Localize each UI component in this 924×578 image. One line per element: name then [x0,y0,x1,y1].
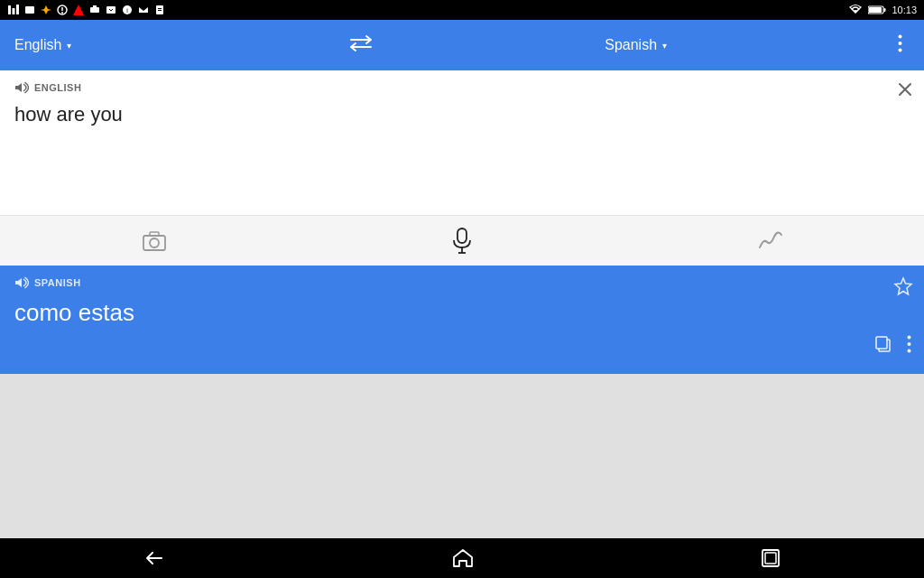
svg-rect-12 [158,8,162,9]
home-icon [452,548,474,568]
notification-icon-4 [56,4,69,16]
notification-icon-8: i [121,4,134,16]
source-language-label: English [14,37,61,53]
empty-area [0,374,924,538]
close-icon [897,81,913,98]
notification-icon-3 [40,4,52,16]
svg-rect-29 [876,337,887,349]
svg-rect-1 [13,8,15,14]
input-tools-bar [0,215,924,266]
microphone-icon [451,228,473,255]
recents-icon [761,548,781,568]
home-button[interactable] [430,541,495,575]
svg-rect-8 [106,6,116,14]
notification-icon-7 [105,4,117,16]
source-input-panel: ENGLISH how are you [0,70,924,215]
source-lang-label-row: ENGLISH [14,81,881,94]
svg-point-30 [908,336,911,340]
star-icon [893,276,913,296]
svg-point-23 [150,238,159,247]
target-language-selector[interactable]: Spanish ▾ [564,37,708,53]
result-action-buttons [869,330,917,363]
bottom-navigation-bar [0,538,924,578]
camera-input-button[interactable] [127,221,181,261]
translated-text: como estas [14,296,881,329]
microphone-input-button[interactable] [435,221,489,261]
handwrite-input-button[interactable] [743,221,797,261]
overflow-menu-button[interactable] [891,27,910,64]
handwrite-icon [756,229,783,253]
result-lang-label-row: SPANISH [14,276,881,289]
translation-result-panel: SPANISH como estas [0,266,924,374]
status-bar: i 10:13 [0,0,924,20]
notification-icon-6 [88,4,101,16]
battery-icon [868,5,886,15]
svg-rect-15 [884,8,886,12]
svg-rect-24 [150,232,159,236]
svg-point-18 [898,42,901,45]
source-lang-label-text: ENGLISH [34,82,81,93]
target-language-label: Spanish [605,37,657,53]
copy-translation-button[interactable] [869,330,898,363]
result-overflow-icon [907,335,911,353]
svg-rect-2 [16,5,19,14]
svg-point-31 [908,342,911,346]
svg-point-19 [898,48,901,51]
overflow-icon [898,34,902,52]
status-icons-left: i [7,4,166,16]
result-overflow-button[interactable] [901,330,917,363]
svg-rect-16 [869,7,882,13]
notification-icon-2 [23,4,36,16]
svg-rect-0 [8,5,11,14]
star-favorite-button[interactable] [893,276,913,301]
recents-button[interactable] [739,541,802,575]
time-display: 10:13 [892,5,917,15]
svg-point-32 [908,350,911,353]
svg-rect-25 [457,228,467,243]
camera-icon [142,230,167,252]
main-toolbar: English ▾ Spanish ▾ [0,20,924,70]
source-language-dropdown-arrow: ▾ [67,41,71,51]
result-lang-label-text: SPANISH [34,277,81,288]
clear-source-button[interactable] [897,81,913,102]
svg-rect-3 [25,6,34,14]
source-speaker-icon[interactable] [14,81,29,94]
source-language-selector[interactable]: English ▾ [14,37,159,53]
svg-point-17 [898,34,901,38]
wifi-icon [848,4,863,16]
svg-rect-7 [90,7,99,13]
status-right: 10:13 [848,4,917,16]
notification-icon-5 [72,4,85,16]
svg-point-6 [61,12,63,14]
back-button[interactable] [122,542,187,574]
notification-icon-1 [7,4,20,16]
source-input-text[interactable]: how are you [14,101,881,129]
swap-languages-button[interactable] [341,27,381,64]
svg-rect-13 [158,10,162,11]
target-language-dropdown-arrow: ▾ [662,41,667,51]
result-speaker-icon[interactable] [14,276,29,289]
copy-icon [874,335,892,353]
back-icon [143,549,165,567]
svg-rect-34 [765,553,776,564]
notification-icon-9 [137,4,150,16]
notification-icon-10 [153,4,166,16]
swap-icon [348,34,374,52]
